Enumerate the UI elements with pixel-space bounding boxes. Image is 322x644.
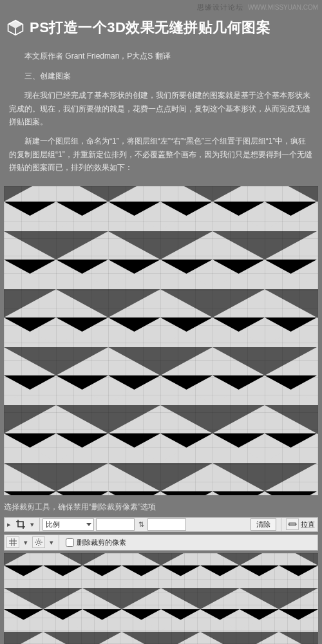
straighten-label: 拉直 [301,518,315,531]
figure-1-wrap [0,186,322,495]
article-body: 本文原作者 Grant Friedman，P大点S 翻译 三、创建图案 现在我们… [0,50,322,185]
collapse-toggle-icon[interactable]: ▸ [5,518,14,531]
straighten-icon-button[interactable] [286,518,299,530]
svg-line-13 [41,540,41,540]
swap-dimensions-icon[interactable]: ⇅ [137,518,146,531]
settings-dropdown-icon[interactable]: ▾ [47,536,56,549]
svg-line-12 [36,544,37,545]
crop-options-bar: ▸ ▾ 比例 ⇅ 清除 拉直 [4,517,318,532]
page: 思缘设计论坛 WWW.MISSYUAN.COM PS打造一个3D效果无缝拼贴几何… [0,0,322,644]
svg-line-10 [36,540,37,540]
crop-mode-select[interactable]: 比例 [43,518,94,531]
tool-preset-dropdown-icon[interactable]: ▾ [28,518,37,531]
overlay-dropdown-icon[interactable]: ▾ [21,536,30,549]
svg-point-5 [37,541,40,544]
overlay-grid-icon[interactable] [6,536,19,548]
logo-icon [6,19,24,37]
delete-cropped-pixels-label: 删除裁剪的像素 [77,536,126,549]
svg-line-11 [41,544,41,545]
crop-tool-icon[interactable] [15,519,26,529]
figure-1-canvas [4,186,318,495]
settings-gear-icon[interactable] [32,536,45,548]
svg-marker-1 [8,20,23,28]
figure-2-wrap [0,553,322,644]
crop-options-bar-2: ▾ ▾ 删除裁剪的像素 [4,535,318,551]
clear-button[interactable]: 清除 [251,518,276,531]
crop-caption: 选择裁剪工具，确保禁用“删除裁剪像素”选项 [0,495,322,517]
paragraph-2: 新建一个图层组，命名为“1”，将图层组“左”“右”“黑色”三个组置于图层组“1”… [9,135,313,174]
forum-name: 思缘设计论坛 [197,3,243,11]
article-title: PS打造一个3D效果无缝拼贴几何图案 [30,15,270,39]
crop-width-input[interactable] [96,518,135,531]
source-banner: 思缘设计论坛 WWW.MISSYUAN.COM [0,0,322,12]
title-bar: PS打造一个3D效果无缝拼贴几何图案 [0,12,322,46]
section-heading: 三、创建图案 [9,70,313,82]
credits-line: 本文原作者 Grant Friedman，P大点S 翻译 [9,50,313,62]
figure-2-canvas [4,553,318,644]
crop-mode-label: 比例 [46,520,60,528]
delete-cropped-pixels-input[interactable] [66,538,74,547]
crop-height-input[interactable] [147,518,186,531]
paragraph-1: 现在我们已经完成了基本形状的创建，我们所要创建的图案就是基于这个基本形状来完成的… [9,89,313,128]
delete-cropped-pixels-checkbox[interactable]: 删除裁剪的像素 [66,536,126,549]
forum-url: WWW.MISSYUAN.COM [248,4,318,11]
